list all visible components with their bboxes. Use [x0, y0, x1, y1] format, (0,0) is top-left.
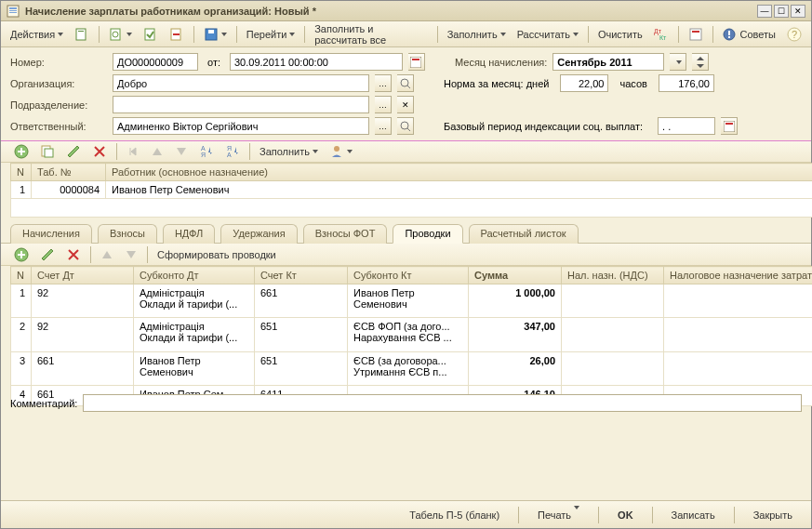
save-button[interactable]: Записать	[662, 507, 725, 523]
ok-button[interactable]: OK	[608, 507, 643, 523]
edit-icon[interactable]	[62, 142, 85, 161]
minimize-button[interactable]: —	[757, 5, 772, 18]
employee-row[interactable]: 1 0000084 Иванов Петр Семенович	[11, 181, 813, 199]
new-icon[interactable]	[71, 25, 93, 44]
org-search-icon[interactable]	[397, 74, 414, 92]
date-field[interactable]: 30.09.2011 00:00:00	[230, 53, 403, 71]
subdiv-clear-icon[interactable]: ✕	[397, 96, 414, 113]
calc-menu[interactable]: Рассчитать	[513, 27, 582, 42]
col-schet-kt[interactable]: Счет Кт	[255, 267, 348, 284]
entry-row[interactable]: 192АдміністраціяОклади й тарифи (...661И…	[11, 284, 813, 318]
goto-menu[interactable]: Перейти	[243, 27, 300, 42]
subdiv-field[interactable]	[113, 96, 369, 113]
col-sub-kt[interactable]: Субконто Кт	[348, 267, 469, 284]
extra-icon[interactable]	[685, 25, 707, 44]
col-n[interactable]: N	[11, 267, 32, 284]
norm-hours-field[interactable]: 176,00	[659, 74, 714, 92]
svg-rect-18	[728, 36, 730, 38]
svg-marker-36	[153, 148, 162, 155]
tabel-button[interactable]: Табель П-5 (бланк)	[400, 507, 509, 523]
svg-marker-48	[102, 251, 112, 258]
norm-days-field[interactable]: 22,00	[560, 74, 608, 92]
col-schet-dt[interactable]: Счет Дт	[32, 267, 134, 284]
tab-entries[interactable]: Проводки	[393, 224, 462, 244]
svg-text:?: ?	[792, 29, 797, 40]
number-label: Номер:	[10, 57, 107, 68]
refresh-icon[interactable]	[105, 25, 136, 44]
down-icon[interactable]	[171, 143, 192, 160]
svg-rect-4	[76, 29, 86, 40]
clear-button[interactable]: Очистить	[594, 27, 646, 42]
subdiv-select-icon[interactable]: …	[375, 96, 392, 113]
svg-marker-37	[177, 148, 186, 155]
first-icon[interactable]	[123, 143, 143, 160]
unpost-icon[interactable]	[166, 25, 188, 44]
print-menu[interactable]: Печать	[528, 507, 589, 523]
calendar-icon[interactable]	[408, 53, 425, 71]
resp-select-icon[interactable]: …	[375, 117, 392, 135]
col-sum[interactable]: Сумма	[469, 267, 562, 284]
main-toolbar: Действия Перейти Заполнить и рассчитать …	[1, 21, 811, 47]
edit-entry-icon[interactable]	[36, 245, 59, 264]
entry-row[interactable]: 3661Иванов Петр Семенович651ЄСВ (за дого…	[11, 351, 813, 385]
svg-line-28	[407, 128, 410, 131]
tab-ndfl[interactable]: НДФЛ	[163, 224, 215, 244]
col-worker[interactable]: Работник (основное назначение)	[106, 164, 813, 181]
svg-text:А: А	[201, 145, 206, 152]
person-icon[interactable]	[326, 142, 356, 161]
col-nds[interactable]: Нал. назн. (НДС)	[562, 267, 664, 284]
svg-point-27	[401, 122, 408, 129]
maximize-button[interactable]: ☐	[774, 5, 789, 18]
tab-contributions[interactable]: Взносы	[98, 224, 157, 244]
actions-menu[interactable]: Действия	[7, 27, 67, 42]
save-icon[interactable]	[200, 25, 231, 44]
entry-down-icon[interactable]	[121, 246, 141, 263]
svg-text:Кт: Кт	[659, 34, 667, 41]
svg-rect-21	[410, 57, 421, 68]
tab-accruals[interactable]: Начисления	[10, 224, 92, 244]
comment-field[interactable]	[83, 394, 802, 412]
col-sub-dt[interactable]: Субконто Дт	[134, 267, 255, 284]
copy-icon[interactable]	[36, 142, 59, 161]
baseperiod-calendar-icon[interactable]	[721, 117, 738, 135]
tab-contrib-fot[interactable]: Взносы ФОТ	[303, 224, 388, 244]
help-icon[interactable]: ?	[783, 25, 805, 44]
col-tabno[interactable]: Таб. №	[32, 164, 106, 181]
org-select-icon[interactable]: …	[375, 74, 392, 92]
form-entries-button[interactable]: Сформировать проводки	[153, 247, 280, 262]
fill-submenu[interactable]: Заполнить	[256, 144, 322, 159]
delete-icon[interactable]	[88, 142, 111, 161]
month-spinner-icon[interactable]	[692, 53, 709, 71]
sort-asc-icon[interactable]: АЯ	[195, 142, 218, 161]
fill-calc-all-button[interactable]: Заполнить и рассчитать все	[311, 21, 432, 47]
col-tax-purpose[interactable]: Налоговое назначение затрат	[664, 267, 813, 284]
col-n[interactable]: N	[11, 164, 32, 181]
titlebar: Начисление зарплаты работникам организац…	[1, 1, 811, 21]
delete-entry-icon[interactable]	[62, 245, 85, 264]
fill-menu[interactable]: Заполнить	[444, 27, 510, 42]
dtkt-icon[interactable]: ДтКт	[650, 25, 672, 44]
tab-payslip[interactable]: Расчетный листок	[469, 224, 579, 244]
month-field[interactable]: Сентябрь 2011	[552, 53, 664, 71]
month-dropdown-icon[interactable]	[670, 53, 686, 71]
advice-button[interactable]: Советы	[718, 25, 779, 44]
svg-marker-23	[697, 57, 704, 60]
sort-desc-icon[interactable]: ЯА	[221, 142, 244, 161]
entry-up-icon[interactable]	[97, 246, 117, 263]
close-button[interactable]: ✕	[791, 5, 805, 18]
number-field[interactable]: ДО000000009	[113, 53, 198, 71]
baseperiod-field[interactable]: . .	[658, 117, 715, 135]
up-icon[interactable]	[147, 143, 167, 160]
close-form-button[interactable]: Закрыть	[744, 507, 802, 523]
add-icon[interactable]	[10, 142, 33, 161]
entries-grid: N Счет Дт Субконто Дт Счет Кт Субконто К…	[10, 266, 812, 389]
resp-field[interactable]: Админенко Віктор Сергійович	[113, 117, 369, 135]
org-field[interactable]: Добро	[113, 74, 369, 92]
tab-deductions[interactable]: Удержания	[220, 224, 297, 244]
add-entry-icon[interactable]	[10, 245, 33, 264]
resp-search-icon[interactable]	[397, 117, 414, 135]
bottom-bar: Табель П-5 (бланк) Печать OK Записать За…	[1, 500, 811, 528]
entry-row[interactable]: 292АдміністраціяОклади й тарифи (...651Є…	[11, 318, 813, 351]
post-icon[interactable]	[140, 25, 162, 44]
svg-marker-49	[126, 251, 136, 258]
